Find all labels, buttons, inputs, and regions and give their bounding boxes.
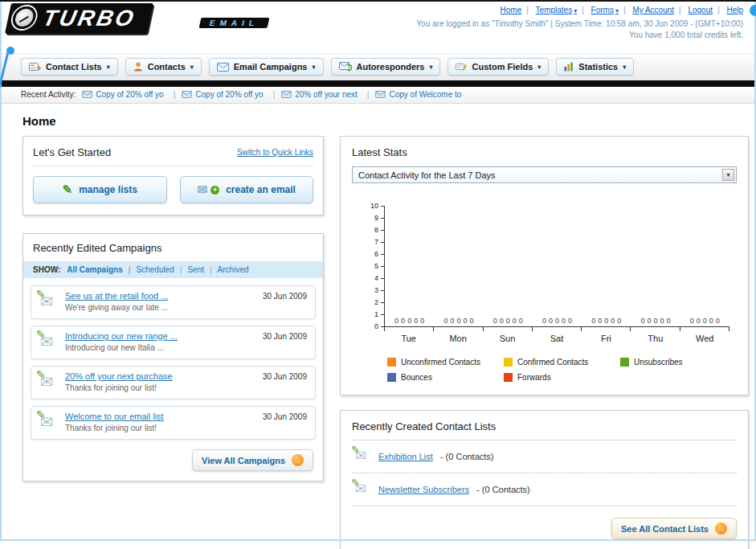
chart-value-label: 0 [703, 317, 707, 325]
latest-stats-panel: Latest Stats Contact Activity for the La… [340, 136, 749, 395]
nav-my-account-link[interactable]: My Account [632, 6, 685, 14]
contact-list-item[interactable]: ✉✎ Exhibition List - (0 Contacts) [352, 440, 737, 473]
filter-all-campaigns[interactable]: All Campaigns [67, 265, 136, 274]
custom-fields-icon [456, 62, 467, 72]
contacts-icon [133, 62, 143, 72]
envelope-icon: ✉ [198, 182, 208, 197]
chart-legend: Unconfirmed Contacts Confirmed Contacts … [387, 358, 737, 382]
nav-help-link[interactable]: Help [726, 6, 743, 14]
arrow-right-icon: → [715, 522, 727, 535]
manage-lists-button[interactable]: ✎ manage lists [33, 176, 167, 203]
contact-list-link[interactable]: Exhibition List [378, 452, 433, 461]
chart-value-label: 0 [493, 317, 497, 325]
legend-forwards: Forwards [504, 373, 620, 382]
nav-forms-link[interactable]: Forms▾ [591, 6, 631, 14]
recent-campaigns-panel: Recently Edited Campaigns SHOW: All Camp… [22, 233, 324, 481]
filter-scheduled[interactable]: Scheduled [137, 265, 188, 274]
envelope-icon [281, 91, 292, 98]
tab-custom-fields[interactable]: Custom Fields ▾ [447, 58, 549, 76]
credits-info: You have 1,000 total credits left. [416, 31, 743, 39]
plus-icon: + [210, 186, 219, 195]
tab-autoresponders[interactable]: Autoresponders ▾ [331, 58, 441, 76]
chart-x-label: Mon [433, 331, 482, 343]
chart-value-label: 0 [591, 317, 595, 325]
legend-unconfirmed-contacts: Unconfirmed Contacts [387, 358, 504, 367]
chart-value-label: 0 [611, 317, 615, 325]
chart-value-label: 0 [716, 317, 720, 325]
chart-day-group: 00000 [582, 206, 631, 326]
chart-value-label: 0 [506, 317, 510, 325]
recent-activity-item[interactable]: Copy of 20% off yo [82, 90, 175, 99]
edit-list-icon: ✉✎ [353, 449, 371, 464]
chart-value-label: 0 [463, 317, 467, 325]
stats-period-select[interactable]: Contact Activity for the Last 7 Days ▾ [352, 166, 737, 183]
contact-list-item[interactable]: ✉✎ Newsletter Subscribers - (0 Contacts) [352, 473, 737, 506]
chart-value-label: 0 [641, 317, 645, 325]
chart-value-label: 0 [469, 317, 473, 325]
legend-confirmed-contacts: Confirmed Contacts [504, 358, 620, 367]
tab-contacts[interactable]: Contacts ▾ [125, 58, 202, 76]
logo-title: TURBO [41, 6, 138, 31]
recent-activity-item[interactable]: Copy of Welcome to [375, 90, 461, 99]
chart-y-axis: 109876543210 [363, 206, 384, 327]
chart-day-group: 00000 [385, 206, 434, 326]
create-email-button[interactable]: ✉ + create an email [180, 176, 314, 203]
chart-value-label: 0 [555, 317, 559, 325]
chart-value-label: 0 [568, 317, 572, 325]
tab-contact-lists[interactable]: Contact Lists ▾ [21, 58, 118, 76]
campaign-row[interactable]: ✉✎ 30 Jun 2009 Welcome to our email list… [31, 406, 316, 440]
chart-value-label: 0 [500, 317, 504, 325]
nav-templates-link[interactable]: Templates▾ [536, 6, 589, 14]
recent-activity-item[interactable]: 20% off your next [281, 90, 369, 99]
legend-bounces: Bounces [387, 373, 504, 382]
edit-campaign-icon: ✉✎ [39, 375, 59, 392]
contact-activity-chart: 109876543210 000000000000000000000000000… [352, 206, 737, 343]
chart-day-group: 00000 [631, 206, 680, 326]
envelope-icon [82, 91, 92, 98]
recent-activity-label: Recent Activity: [21, 90, 76, 99]
campaign-row[interactable]: ✉✎ 30 Jun 2009 Introducing our new range… [31, 326, 316, 359]
envelope-icon [182, 91, 192, 98]
chart-value-label: 0 [519, 317, 523, 325]
campaign-subtitle: Thanks for joining our list! [65, 383, 309, 392]
arrow-right-icon: → [292, 454, 304, 466]
login-info: You are logged in as "Timothy Smith" | S… [416, 19, 743, 28]
recent-contact-lists-panel: Recently Created Contact Lists ✉✎ Exhibi… [340, 410, 749, 549]
chart-value-label: 0 [654, 317, 658, 325]
caret-down-icon: ▾ [615, 7, 619, 14]
chart-value-label: 0 [394, 317, 398, 325]
chart-x-label: Fri [582, 331, 631, 343]
recent-campaigns-title: Recently Edited Campaigns [23, 242, 323, 261]
get-started-title: Let's Get Started [33, 146, 111, 158]
switch-quick-links-link[interactable]: Switch to Quick Links [237, 148, 313, 157]
filter-sent[interactable]: Sent [187, 265, 217, 274]
chart-value-label: 0 [697, 317, 701, 325]
recent-activity-item[interactable]: Copy of 20% off yo [182, 90, 275, 99]
contact-list-link[interactable]: Newsletter Subscribers [378, 485, 469, 494]
caret-down-icon: ▾ [429, 64, 432, 71]
get-started-panel: Let's Get Started Switch to Quick Links … [22, 136, 324, 215]
nav-logout-link[interactable]: Logout [688, 6, 724, 14]
campaign-row[interactable]: ✉✎ 30 Jun 2009 20% off your next purchas… [31, 366, 316, 399]
view-all-campaigns-button[interactable]: View All Campaigns → [192, 449, 313, 471]
header-right: Home Templates▾ Forms▾ My Account Logout… [416, 6, 743, 39]
tab-statistics[interactable]: Statistics ▾ [556, 58, 634, 76]
turbo-email-logo[interactable]: TURBO EMAIL [8, 3, 268, 34]
pencil-icon: ✎ [36, 408, 46, 421]
nav-home-link[interactable]: Home [501, 6, 533, 14]
legend-unsubscribes: Unsubscribes [620, 358, 737, 367]
envelope-icon [375, 91, 386, 98]
filter-archived[interactable]: Archived [218, 265, 249, 274]
chart-value-label: 0 [709, 317, 713, 325]
pencil-icon: ✎ [36, 328, 46, 341]
caret-down-icon: ▾ [107, 64, 110, 71]
chart-day-group: 00000 [533, 206, 582, 326]
tab-email-campaigns[interactable]: Email Campaigns ▾ [209, 58, 324, 76]
edit-campaign-icon: ✉✎ [39, 334, 59, 352]
chart-value-label: 0 [667, 317, 671, 325]
corner-blue-dot-icon [750, 5, 756, 16]
see-all-contact-lists-button[interactable]: See All Contact Lists → [611, 518, 737, 539]
chart-plot-area: 00000000000000000000000000000000000 [384, 206, 729, 327]
legend-swatch [504, 373, 513, 382]
campaign-row[interactable]: ✉✎ 30 Jun 2009 See us at the retail food… [31, 285, 316, 319]
